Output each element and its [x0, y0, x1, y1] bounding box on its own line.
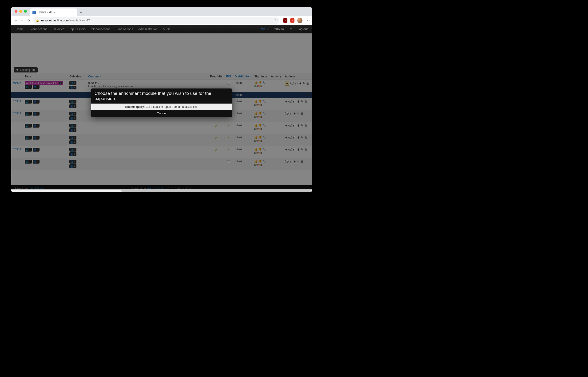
extension-red-icon[interactable]: ⋯ — [290, 18, 294, 23]
maximize-window-button[interactable] — [24, 10, 27, 13]
misp-page: Home Event Actions Galaxies Input Filter… — [11, 25, 312, 192]
viewport: Home Event Actions Galaxies Input Filter… — [11, 25, 312, 192]
back-button[interactable]: ← — [14, 19, 18, 22]
minimize-window-button[interactable] — [19, 10, 22, 13]
forward-button[interactable]: → — [20, 19, 24, 22]
modal-cancel-button[interactable]: Cancel — [91, 110, 232, 117]
address-bar[interactable]: 🔒 misp.int.lastline.com/events/view/47 ☆ — [34, 17, 279, 24]
close-window-button[interactable] — [15, 10, 17, 13]
tab-close-button[interactable]: × — [73, 11, 75, 14]
browser-menu-button[interactable]: ⋮ — [305, 18, 309, 23]
url-text: misp.int.lastline.com/events/view/47 — [41, 19, 90, 22]
enrichment-modal: Choose the enrichment module that you wi… — [91, 88, 232, 117]
browser-toolbar: ← → ⟳ 🔒 misp.int.lastline.com/events/vie… — [11, 16, 312, 25]
lock-icon: 🔒 — [36, 19, 39, 22]
modal-module-option[interactable]: lastline_query: Get a Lastline report fr… — [91, 104, 232, 110]
modal-module-name: lastline_query — [125, 105, 144, 108]
star-button[interactable]: ☆ — [274, 19, 277, 22]
tab-title: Events - MISP — [37, 11, 56, 14]
tab-favicon-icon — [33, 11, 36, 14]
modal-module-desc: : Get a Lastline report from an analysis… — [144, 105, 198, 108]
horizontal-scrollbar[interactable] — [11, 189, 312, 192]
browser-tab[interactable]: Events - MISP × — [30, 9, 77, 16]
profile-avatar[interactable] — [297, 18, 303, 23]
new-tab-button[interactable]: + — [77, 10, 85, 16]
modal-title: Choose the enrichment module that you wi… — [91, 88, 232, 104]
window-controls — [13, 7, 29, 16]
browser-window: Events - MISP × + ← → ⟳ 🔒 misp.int.lastl… — [11, 7, 312, 192]
reload-button[interactable]: ⟳ — [27, 19, 31, 22]
extension-ublock-icon[interactable]: u — [283, 18, 287, 23]
toolbar-right: u ⋯ ⋮ — [283, 18, 309, 23]
horizontal-scrollbar-thumb[interactable] — [121, 190, 311, 192]
tab-bar: Events - MISP × + — [11, 7, 312, 16]
